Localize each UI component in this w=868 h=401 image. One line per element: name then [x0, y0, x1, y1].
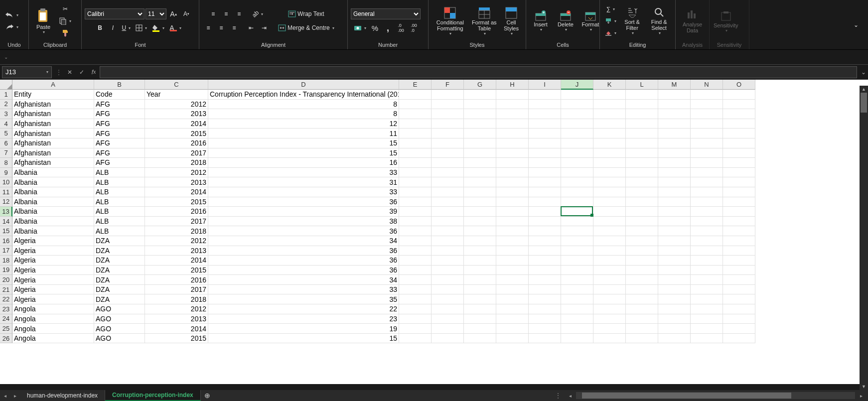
cell-A13[interactable]: Albania: [12, 207, 94, 217]
cell-F4[interactable]: [432, 119, 464, 129]
cell-O15[interactable]: [723, 226, 755, 236]
cell-K12[interactable]: [593, 197, 626, 207]
increase-font-button[interactable]: A▴: [167, 8, 179, 19]
cell-D24[interactable]: 23: [208, 314, 399, 324]
cell-E26[interactable]: [399, 334, 432, 344]
row-header-21[interactable]: 21: [0, 285, 12, 295]
row-header-18[interactable]: 18: [0, 256, 12, 266]
cell-O2[interactable]: [723, 100, 755, 110]
insert-button[interactable]: Insert▾: [529, 4, 552, 37]
cell-D4[interactable]: 12: [208, 119, 399, 129]
cell-M18[interactable]: [658, 256, 691, 266]
cell-M9[interactable]: [658, 168, 691, 178]
cell-I22[interactable]: [529, 294, 561, 304]
cell-G23[interactable]: [464, 304, 496, 314]
cell-C19[interactable]: 2015: [145, 266, 208, 275]
cell-O4[interactable]: [723, 119, 755, 129]
cell-A7[interactable]: Afghanistan: [12, 148, 94, 158]
increase-decimal-button[interactable]: .0.00: [395, 22, 407, 33]
cell-N21[interactable]: [691, 285, 723, 295]
cell-L19[interactable]: [626, 266, 658, 275]
cell-N3[interactable]: [691, 109, 723, 119]
cell-C13[interactable]: 2016: [145, 207, 208, 217]
hscroll-right-button[interactable]: ▸: [856, 393, 866, 399]
cell-J7[interactable]: [561, 148, 593, 158]
cell-D13[interactable]: 39: [208, 207, 399, 217]
cell-I18[interactable]: [529, 256, 561, 266]
cell-K10[interactable]: [593, 177, 626, 187]
row-header-14[interactable]: 14: [0, 217, 12, 227]
cell-J19[interactable]: [561, 266, 593, 275]
cell-F22[interactable]: [432, 294, 464, 304]
cell-D14[interactable]: 38: [208, 217, 399, 227]
cell-B15[interactable]: ALB: [94, 226, 145, 236]
cell-M25[interactable]: [658, 324, 691, 334]
bold-button[interactable]: B: [94, 22, 106, 33]
cell-O18[interactable]: [723, 256, 755, 266]
comma-button[interactable]: ,: [382, 22, 394, 33]
cell-H21[interactable]: [496, 285, 529, 295]
cell-O14[interactable]: [723, 217, 755, 227]
cell-E3[interactable]: [399, 109, 432, 119]
cell-E24[interactable]: [399, 314, 432, 324]
cell-G3[interactable]: [464, 109, 496, 119]
cell-I1[interactable]: [529, 90, 561, 100]
cell-E18[interactable]: [399, 256, 432, 266]
cell-B17[interactable]: DZA: [94, 246, 145, 256]
cell-N25[interactable]: [691, 324, 723, 334]
column-header-N[interactable]: N: [691, 80, 723, 90]
cell-O22[interactable]: [723, 294, 755, 304]
cell-M22[interactable]: [658, 294, 691, 304]
cell-N5[interactable]: [691, 129, 723, 138]
column-header-F[interactable]: F: [432, 80, 464, 90]
undo-button[interactable]: ▾: [3, 9, 20, 20]
cell-D23[interactable]: 22: [208, 304, 399, 314]
cell-F26[interactable]: [432, 334, 464, 344]
cell-I6[interactable]: [529, 138, 561, 148]
cell-B20[interactable]: DZA: [94, 275, 145, 285]
cell-D6[interactable]: 15: [208, 138, 399, 148]
row-header-4[interactable]: 4: [0, 119, 12, 129]
cell-N6[interactable]: [691, 138, 723, 148]
cell-A15[interactable]: Albania: [12, 226, 94, 236]
cell-E12[interactable]: [399, 197, 432, 207]
tab-nav-next[interactable]: ▸: [10, 393, 20, 399]
format-as-table-button[interactable]: Format as Table▾: [471, 4, 498, 37]
cell-I14[interactable]: [529, 217, 561, 227]
cell-I26[interactable]: [529, 334, 561, 344]
cell-I7[interactable]: [529, 148, 561, 158]
cell-E17[interactable]: [399, 246, 432, 256]
cell-O5[interactable]: [723, 129, 755, 138]
cell-M15[interactable]: [658, 226, 691, 236]
cell-F13[interactable]: [432, 207, 464, 217]
cell-I20[interactable]: [529, 275, 561, 285]
cell-J21[interactable]: [561, 285, 593, 295]
cell-M1[interactable]: [658, 90, 691, 100]
paste-button[interactable]: Paste▾: [32, 4, 55, 37]
cell-I3[interactable]: [529, 109, 561, 119]
cell-D10[interactable]: 31: [208, 177, 399, 187]
cell-C8[interactable]: 2018: [145, 158, 208, 168]
cell-B21[interactable]: DZA: [94, 285, 145, 295]
cell-H13[interactable]: [496, 207, 529, 217]
cell-O8[interactable]: [723, 158, 755, 168]
cell-J5[interactable]: [561, 129, 593, 138]
cell-D7[interactable]: 15: [208, 148, 399, 158]
cell-E13[interactable]: [399, 207, 432, 217]
cell-K14[interactable]: [593, 217, 626, 227]
cell-I25[interactable]: [529, 324, 561, 334]
cell-C11[interactable]: 2014: [145, 187, 208, 197]
cell-J2[interactable]: [561, 100, 593, 110]
row-header-23[interactable]: 23: [0, 304, 12, 314]
cell-A8[interactable]: Afghanistan: [12, 158, 94, 168]
cell-B5[interactable]: AFG: [94, 129, 145, 138]
cell-E4[interactable]: [399, 119, 432, 129]
cell-F20[interactable]: [432, 275, 464, 285]
cell-G2[interactable]: [464, 100, 496, 110]
cell-C10[interactable]: 2013: [145, 177, 208, 187]
cell-C12[interactable]: 2015: [145, 197, 208, 207]
cell-L23[interactable]: [626, 304, 658, 314]
align-middle-button[interactable]: ≡: [220, 8, 232, 19]
cell-N23[interactable]: [691, 304, 723, 314]
cell-C22[interactable]: 2018: [145, 294, 208, 304]
